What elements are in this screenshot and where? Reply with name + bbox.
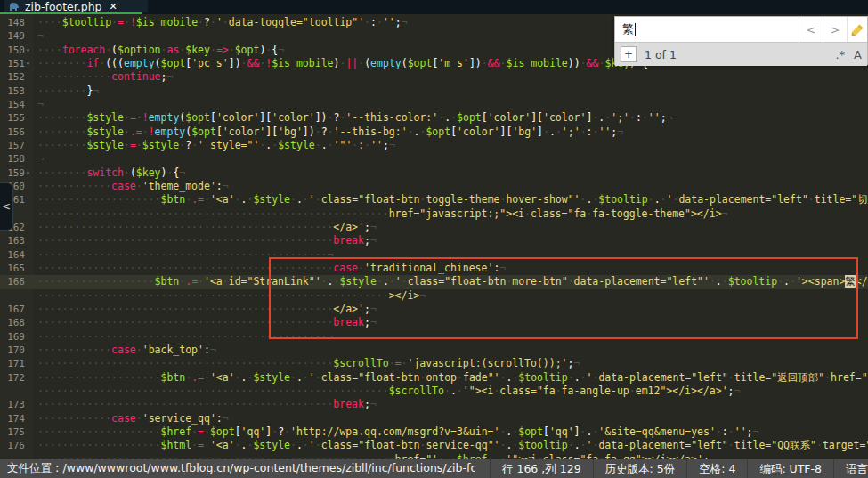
code-line[interactable]: 157········$style·=·$style·?·'·style="'·… — [0, 139, 868, 152]
match-count: 1 of 1 — [645, 48, 677, 61]
code-text: ········································… — [37, 453, 710, 460]
code-line[interactable]: 175····················$href·=·$opt['qq'… — [0, 425, 868, 439]
code-line[interactable]: 172····················$btn·.=·'<a'·.·$s… — [0, 371, 868, 385]
code-line[interactable]: 169·····································… — [0, 330, 868, 344]
line-number: 154 — [0, 98, 25, 111]
close-icon[interactable]: ✕ — [110, 1, 118, 12]
highlight-all-button[interactable] — [848, 17, 867, 42]
code-line[interactable]: 165·····································… — [0, 262, 868, 275]
line-number: 155 — [0, 111, 25, 125]
fold-arrow-icon[interactable]: ▾ — [26, 44, 30, 57]
code-line[interactable]: 158¬ — [0, 152, 868, 166]
code-text: ····················$href·=·$opt['qq']·?… — [37, 425, 758, 439]
line-number: 159 — [0, 166, 25, 180]
code-text: ····················$btn·.=·'<a'·.·$styl… — [37, 193, 868, 207]
code-line[interactable]: 155········$style·=·!empty($opt['color']… — [0, 111, 868, 125]
next-match-button[interactable]: > — [823, 17, 848, 42]
code-text: ········if·(((empty($opt['pc_s'])·&&·!$i… — [37, 57, 654, 70]
code-lines: 148····$tooltip·=·!$is_mobile·?·'·data-t… — [0, 16, 868, 459]
php-elephant-icon — [8, 2, 20, 12]
code-editor[interactable]: 148····$tooltip·=·!$is_mobile·?·'·data-t… — [0, 14, 868, 459]
fold-arrow-icon[interactable]: ▾ — [26, 166, 30, 180]
line-number — [0, 289, 25, 303]
code-line[interactable]: 167·····································… — [0, 303, 868, 316]
line-number: 171 — [0, 357, 25, 370]
prev-match-button[interactable]: < — [799, 17, 823, 42]
code-line[interactable]: 168·····································… — [0, 316, 868, 329]
line-number: 168 — [0, 316, 25, 329]
sidebar-collapse-handle[interactable]: < — [0, 182, 13, 231]
fold-arrow-icon[interactable]: ▾ — [26, 57, 30, 70]
code-text: ········································… — [37, 398, 377, 411]
file-location: 文件位置：/www/wwwroot/www.tfblog.cn/wp-conte… — [0, 461, 475, 476]
search-input[interactable]: 繁 — [615, 17, 799, 42]
line-number: 170 — [0, 344, 25, 357]
expand-search-button[interactable]: + — [621, 46, 637, 62]
code-text: ········································… — [37, 248, 333, 262]
code-text: ····················$html·=·'<a'·.·$styl… — [37, 439, 868, 452]
cursor-position: 行 166 ,列 129 — [490, 459, 593, 478]
line-number: 158 — [0, 152, 25, 166]
line-number: 149 — [0, 29, 25, 43]
line-number: 156 — [0, 126, 25, 139]
code-line[interactable]: 170············case·'back_top':¬ — [0, 344, 868, 357]
code-text: ········$style·=·!empty($opt['color']['c… — [37, 111, 673, 125]
code-text: ···················$btn·.=·'<a·id="Stran… — [37, 275, 868, 288]
code-text: ¬ — [37, 98, 44, 111]
code-line[interactable]: 164·····································… — [0, 248, 868, 262]
code-text: ········································… — [37, 289, 426, 303]
code-line[interactable]: 156········$style·.=·!empty($opt['color'… — [0, 126, 868, 139]
regex-toggle[interactable]: .* — [835, 48, 845, 61]
code-line[interactable]: 166···················$btn·.=·'<a·id="St… — [0, 275, 868, 288]
line-number: 166 — [0, 275, 25, 288]
line-number: 165 — [0, 262, 25, 275]
code-line[interactable]: 154¬ — [0, 98, 868, 111]
encoding: 编码: UTF-8 — [747, 459, 833, 478]
code-line[interactable]: 173·····································… — [0, 398, 868, 411]
code-line-wrap[interactable]: ········································… — [0, 453, 868, 460]
code-line[interactable]: 152············continue;¬ — [0, 70, 868, 84]
code-text: ········································… — [37, 385, 740, 398]
line-number: 173 — [0, 398, 25, 411]
line-number: 150 — [0, 44, 25, 57]
code-text: ····foreach·($option·as·$key·=>·$opt)·{¬ — [37, 44, 284, 57]
code-text: ········································… — [37, 207, 728, 221]
code-line[interactable]: 162·····································… — [0, 221, 868, 234]
code-line[interactable]: 176····················$html·=·'<a'·.·$s… — [0, 439, 868, 452]
code-line[interactable]: 159▾········switch·($key)·{¬ — [0, 166, 868, 180]
indent-spaces: 空格: 4 — [686, 459, 747, 478]
code-text: ····$tooltip·=·!$is_mobile·?·'·data-togg… — [37, 16, 408, 29]
case-sensitive-toggle[interactable]: A — [854, 48, 862, 61]
text-caret — [635, 23, 636, 36]
line-number: 163 — [0, 234, 25, 247]
code-text: ············case·'theme_mode':¬ — [37, 180, 229, 193]
code-line[interactable]: 171·····································… — [0, 357, 868, 370]
line-number: 152 — [0, 70, 25, 84]
language: 语言 — [833, 459, 868, 478]
line-number: 175 — [0, 425, 25, 439]
code-text: ············case·'service_qq':¬ — [37, 412, 229, 425]
tab-zib-footer[interactable]: zib-footer.php ✕ — [4, 0, 148, 12]
code-line-wrap[interactable]: ········································… — [0, 289, 868, 303]
search-query: 繁 — [622, 21, 634, 37]
line-number: 172 — [0, 371, 25, 385]
code-line[interactable]: 161····················$btn·.=·'<a'·.·$s… — [0, 193, 868, 207]
code-line-wrap[interactable]: ········································… — [0, 207, 868, 221]
code-line[interactable]: 163·····································… — [0, 234, 868, 247]
search-panel: 繁 < > + 1 of 1 .* A — [614, 16, 868, 65]
code-line[interactable]: 160············case·'theme_mode':¬ — [0, 180, 868, 193]
code-text: ············continue;¬ — [37, 70, 173, 84]
tab-title: zib-footer.php — [25, 0, 102, 13]
code-text: ········································… — [37, 330, 333, 344]
code-line[interactable]: 153········}¬ — [0, 85, 868, 98]
chevron-left-icon: < — [2, 200, 11, 213]
highlighter-icon — [850, 23, 864, 36]
active-tab-underline — [0, 12, 142, 14]
code-line-wrap[interactable]: ········································… — [0, 385, 868, 398]
line-number: 174 — [0, 412, 25, 425]
code-text: ············case·'back_top':¬ — [37, 344, 216, 357]
code-line[interactable]: 174············case·'service_qq':¬ — [0, 412, 868, 425]
line-number: 153 — [0, 85, 25, 98]
code-text: ········································… — [37, 303, 377, 316]
line-number: 151 — [0, 57, 25, 70]
